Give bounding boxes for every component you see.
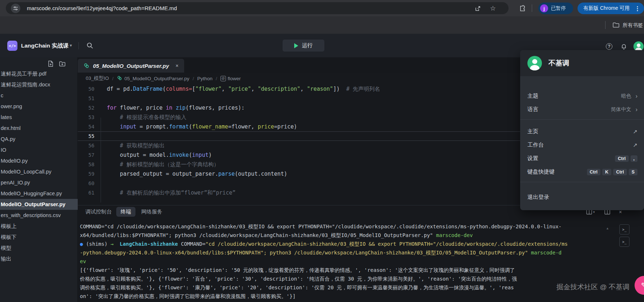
menu-item-label: 退出登录 (527, 194, 549, 201)
file-item[interactable]: lates (0, 112, 78, 123)
terminal-action-icon[interactable]: >_ (619, 224, 629, 234)
user-menu-item[interactable]: 语言简体中文› (520, 103, 644, 116)
menu-item-label: 语言 (527, 106, 538, 113)
user-menu-item[interactable]: 工作台↗ (520, 138, 644, 152)
file-item[interactable]: 模板上 (0, 221, 78, 232)
user-menu-item[interactable]: 设置Ctrl, (520, 152, 644, 165)
file-item[interactable]: ModelIO_HuggingFace.py (0, 188, 78, 199)
project-title[interactable]: LangChain 实战课 (21, 34, 69, 57)
file-item[interactable]: c (0, 90, 78, 101)
tab-close-icon[interactable]: × (175, 63, 178, 69)
bookmarks-separator (605, 21, 605, 29)
file-item[interactable]: ower.png (0, 101, 78, 112)
menu-group: 主题暗色›语言简体中文› (520, 89, 644, 116)
site-info-icon[interactable] (11, 4, 20, 13)
tab-filename: 05_ModelIO_OutputParser.py (93, 63, 169, 69)
terminal-line: ev (80, 257, 612, 266)
file-item[interactable]: 速鲜花运营指南.docx (0, 79, 78, 90)
extension-paused-pill[interactable]: j 已暂停 (538, 3, 573, 14)
key-badge: , (631, 155, 637, 162)
run-label: 运行 (302, 42, 313, 49)
user-menu: 不基调 主题暗色›语言简体中文›主页↗工作台↗设置Ctrl,键盘快捷键CtrlK… (520, 50, 644, 210)
code-text: for flower, price in zip(flowers, prices… (107, 103, 244, 113)
user-menu-item[interactable]: 键盘快捷键CtrlKCtrlS (520, 165, 644, 179)
breadcrumb-folder[interactable]: 03_模型IO (86, 75, 109, 82)
help-icon[interactable]: ? (606, 43, 612, 50)
breadcrumb-symbol[interactable]: @ flower (220, 76, 241, 81)
terminal-line: -python.debugpy-2024.0.0-linux-x64/bundl… (80, 248, 612, 257)
extensions-icon[interactable] (518, 4, 527, 13)
url-text[interactable]: marscode.cn/course/9erl12yejee4qj?code_p… (27, 2, 177, 14)
code-text: parsed_output = output_parser.parse(outp… (107, 169, 287, 179)
terminal-output: COMMAND="cd /cloudide/workspace/LangChai… (80, 222, 612, 301)
toolbar-separator (532, 4, 532, 12)
run-button[interactable]: 运行 (283, 40, 324, 52)
user-menu-item[interactable]: 主页↗ (520, 125, 644, 138)
line-number: 53 (78, 113, 94, 122)
file-item[interactable]: 模板下 (0, 232, 78, 242)
line-number: 55 (78, 132, 94, 140)
file-item[interactable]: penAI_IO.py (0, 177, 78, 188)
tab-debug-console[interactable]: 调试控制台 (85, 205, 112, 218)
menu-divider (520, 119, 644, 120)
file-item[interactable]: ModelIO.py (0, 155, 78, 166)
key-badge: Ctrl (587, 169, 601, 175)
all-bookmarks-label[interactable]: 所有书签 (623, 16, 643, 34)
breadcrumb-file[interactable]: 05_ModelIO_OutputParser.py (117, 76, 190, 81)
extension-avatar: j (540, 4, 548, 12)
line-number: 52 (78, 103, 94, 113)
external-link-icon: ↗ (633, 142, 637, 148)
terminal-line: on': '突出了康乃馨的价格实惠，同时强调了它能带来的温馨和浪漫氛围，吸引顾客… (80, 292, 612, 301)
chevron-right-icon: › (636, 106, 637, 113)
breadcrumb-language[interactable]: Python (197, 76, 212, 81)
terminal-line: COMMAND="cd /cloudide/workspace/LangChai… (80, 222, 612, 231)
file-item[interactable]: 模型 (0, 242, 78, 253)
external-link-icon: ↗ (633, 128, 637, 135)
code-text: df = pd.DataFrame(columns=["flower", "pr… (107, 84, 380, 94)
line-number: 50 (78, 84, 94, 94)
file-item[interactable]: QA.py (0, 134, 78, 144)
editor-tab[interactable]: 05_ModelIO_OutputParser.py × (78, 59, 184, 73)
tab-terminal[interactable]: 终端 (116, 207, 135, 217)
screenshot-root: marscode.cn/course/9erl12yejee4qj?code_p… (0, 0, 644, 302)
file-item[interactable]: ers_with_descriptions.csv (0, 210, 78, 221)
file-item[interactable]: IO (0, 144, 78, 155)
terminal-line: [{'flower': '玫瑰', 'price': '50', 'descri… (80, 266, 612, 274)
new-file-icon[interactable] (47, 60, 54, 68)
address-bar[interactable]: marscode.cn/course/9erl12yejee4qj?code_p… (6, 2, 509, 14)
chrome-update-pill[interactable]: 有新版 Chrome 可用 ⋮ (578, 3, 644, 14)
file-item[interactable]: 输出 (0, 253, 78, 264)
user-name: 不基调 (548, 50, 569, 76)
user-menu-items: 主题暗色›语言简体中文›主页↗工作台↗设置Ctrl,键盘快捷键CtrlKCtrl… (520, 76, 644, 204)
tab-network-service[interactable]: 网络服务 (141, 205, 162, 218)
scroll-up-icon[interactable]: ▲ (606, 226, 609, 230)
menu-item-label: 工作台 (527, 142, 544, 148)
line-number: 58 (78, 160, 94, 169)
bell-icon[interactable] (620, 42, 628, 50)
file-item[interactable]: ModelIO_OutputParser.py (0, 199, 78, 210)
terminal-line: 调价格实惠，吸引顾客购买。'}, {'flower': '康乃馨', 'pric… (80, 283, 612, 292)
browser-menu-icon[interactable]: ⋮ (635, 5, 640, 12)
indent-guide (101, 118, 101, 203)
user-menu-item[interactable]: 主题暗色› (520, 89, 644, 103)
new-folder-icon[interactable] (59, 60, 66, 68)
terminal-line: x64/bundled/libs:$PYTHONPATH"; python3 /… (80, 231, 612, 240)
line-number: 54 (78, 122, 94, 131)
project-chevron-down-icon[interactable]: ▾ (70, 34, 72, 57)
line-number: 51 (78, 94, 94, 103)
user-menu-item[interactable]: 退出登录 (520, 191, 644, 204)
menu-item-value: 暗色 (621, 93, 631, 99)
file-item[interactable]: ModelIO_LoopCall.py (0, 166, 78, 177)
code-text: # 获取模型的输出 (107, 141, 165, 150)
file-item[interactable]: 速鲜花员工手册.pdf (0, 68, 78, 79)
file-item[interactable]: dex.html (0, 123, 78, 134)
terminal-action-icon-2[interactable]: >_ (619, 237, 629, 247)
file-explorer: 速鲜花员工手册.pdf速鲜花运营指南.docxcower.pnglatesdex… (0, 57, 78, 302)
paused-label: 已暂停 (551, 5, 566, 12)
header-separator (78, 42, 79, 49)
bookmarks-bar: 所有书签 (0, 16, 644, 34)
bookmark-star-icon[interactable]: ☆ (489, 4, 497, 12)
menu-group: 退出登录 (520, 185, 644, 204)
search-icon[interactable] (86, 42, 94, 49)
share-icon[interactable] (474, 4, 482, 12)
